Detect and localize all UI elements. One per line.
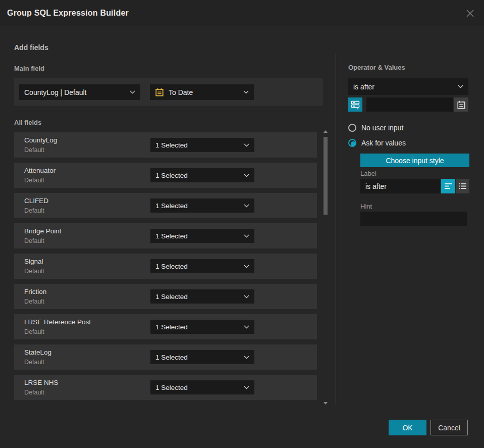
radio-ask-for-values[interactable]: Ask for values <box>348 139 406 147</box>
field-selected-dropdown[interactable]: 1 Selected <box>150 320 254 334</box>
field-selected-dropdown[interactable]: 1 Selected <box>150 350 254 364</box>
field-subtitle: Default <box>24 389 44 396</box>
add-fields-heading: Add fields <box>14 43 48 52</box>
field-selected-value: 1 Selected <box>155 202 241 210</box>
field-row: Friction Default 1 Selected <box>14 284 317 309</box>
radio-label: Ask for values <box>361 139 406 147</box>
field-subtitle: Default <box>24 359 44 366</box>
field-name: Friction <box>24 288 46 295</box>
field-name: Signal <box>24 258 43 265</box>
operator-dropdown-value: is after <box>353 83 455 91</box>
field-row: Attenuator Default 1 Selected <box>14 163 317 188</box>
main-field-panel: CountyLog | Default To Date <box>14 78 323 106</box>
all-fields-list: CountyLog Default 1 Selected Attenuator … <box>14 132 317 400</box>
label-field-label: Label <box>360 170 377 177</box>
scrollbar-thumb[interactable] <box>324 137 328 215</box>
field-name: Bridge Point <box>24 227 62 235</box>
field-name: CLIFED <box>24 197 48 205</box>
hint-field-label: Hint <box>360 203 372 210</box>
chevron-down-icon <box>244 265 249 268</box>
value-calendar-button[interactable] <box>454 97 468 112</box>
chevron-down-icon <box>244 234 249 238</box>
ok-button[interactable]: OK <box>389 420 426 435</box>
field-name: CountyLog <box>24 136 57 144</box>
align-left-icon <box>444 182 453 190</box>
field-selected-dropdown[interactable]: 1 Selected <box>150 259 254 273</box>
chevron-down-icon <box>244 204 249 208</box>
all-fields-label: All fields <box>14 119 41 126</box>
list-style-button[interactable] <box>456 179 469 193</box>
field-selected-dropdown[interactable]: 1 Selected <box>150 198 254 213</box>
field-row: StateLog Default 1 Selected <box>14 344 317 370</box>
radio-circle-icon <box>348 124 356 132</box>
input-type-icon <box>351 100 360 110</box>
field-subtitle: Default <box>24 177 44 184</box>
chevron-down-icon <box>244 386 249 389</box>
field-selected-dropdown[interactable]: 1 Selected <box>150 380 254 394</box>
chevron-down-icon <box>243 90 249 94</box>
dialog-header: Group SQL Expression Builder <box>0 0 484 26</box>
field-subtitle: Default <box>24 207 44 214</box>
field-selected-dropdown[interactable]: 1 Selected <box>150 138 254 152</box>
field-name: LRSE NHS <box>24 379 59 386</box>
field-selected-value: 1 Selected <box>155 172 241 179</box>
field-row: Signal Default 1 Selected <box>14 254 317 279</box>
radio-label: No user input <box>361 124 403 132</box>
field-selected-value: 1 Selected <box>155 263 241 270</box>
field-selected-value: 1 Selected <box>155 141 241 149</box>
chevron-down-icon <box>458 85 463 88</box>
chevron-down-icon <box>130 90 135 94</box>
chevron-down-icon <box>244 143 249 147</box>
field-selected-dropdown[interactable]: 1 Selected <box>150 289 254 304</box>
calendar-icon <box>155 87 164 97</box>
field-subtitle: Default <box>24 298 44 305</box>
field-subtitle: Default <box>24 146 44 154</box>
list-icon <box>458 182 467 190</box>
field-name: Attenuator <box>24 167 56 174</box>
close-button[interactable] <box>465 8 475 18</box>
date-type-dropdown-value: To Date <box>169 88 240 96</box>
single-line-style-button[interactable] <box>441 179 455 193</box>
field-subtitle: Default <box>24 328 44 335</box>
chevron-down-icon <box>244 325 249 329</box>
main-field-dropdown[interactable]: CountyLog | Default <box>19 84 140 100</box>
field-row: CLIFED Default 1 Selected <box>14 193 317 218</box>
field-name: LRSE Reference Post <box>24 318 91 326</box>
field-subtitle: Default <box>24 237 44 244</box>
date-type-dropdown[interactable]: To Date <box>150 84 254 100</box>
chevron-down-icon <box>244 295 249 298</box>
main-field-dropdown-value: CountyLog | Default <box>24 88 127 96</box>
field-selected-value: 1 Selected <box>155 384 241 391</box>
chevron-down-icon <box>244 356 249 359</box>
cancel-button[interactable]: Cancel <box>431 420 468 435</box>
field-row: LRSE Reference Post Default 1 Selected <box>14 314 317 339</box>
list-scrollbar[interactable] <box>322 129 329 405</box>
field-selected-value: 1 Selected <box>155 354 241 361</box>
main-field-label: Main field <box>14 65 44 72</box>
scrollbar-down-arrow[interactable] <box>323 401 328 405</box>
field-selected-dropdown[interactable]: 1 Selected <box>150 229 254 243</box>
operator-dropdown[interactable]: is after <box>348 78 468 95</box>
field-row: CountyLog Default 1 Selected <box>14 132 317 158</box>
radio-no-user-input[interactable]: No user input <box>348 124 403 132</box>
scrollbar-up-arrow[interactable] <box>323 129 328 133</box>
field-selected-value: 1 Selected <box>155 232 241 240</box>
label-input[interactable] <box>360 179 440 193</box>
field-name: StateLog <box>24 349 51 356</box>
field-selected-value: 1 Selected <box>155 323 241 331</box>
operator-values-heading: Operator & Values <box>348 64 405 71</box>
panel-divider <box>336 54 336 405</box>
input-type-button[interactable] <box>348 97 362 112</box>
value-input[interactable] <box>366 97 453 112</box>
field-subtitle: Default <box>24 268 44 275</box>
dialog-title: Group SQL Expression Builder <box>7 9 129 18</box>
choose-input-style-button[interactable]: Choose input style <box>360 154 469 167</box>
group-sql-expression-builder-dialog: Group SQL Expression Builder Add fields … <box>0 0 484 448</box>
field-selected-dropdown[interactable]: 1 Selected <box>150 168 254 182</box>
chevron-down-icon <box>244 174 249 177</box>
field-selected-value: 1 Selected <box>155 293 241 301</box>
field-row: LRSE NHS Default 1 Selected <box>14 375 317 400</box>
calendar-icon <box>457 100 466 110</box>
field-row: Bridge Point Default 1 Selected <box>14 223 317 248</box>
hint-input[interactable] <box>360 212 467 226</box>
